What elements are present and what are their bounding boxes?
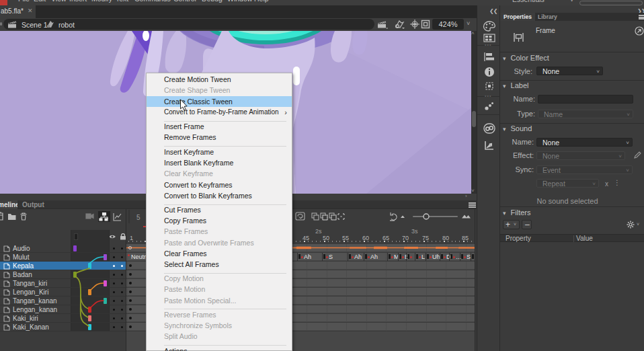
svg-text:5: 5 [136, 214, 140, 221]
